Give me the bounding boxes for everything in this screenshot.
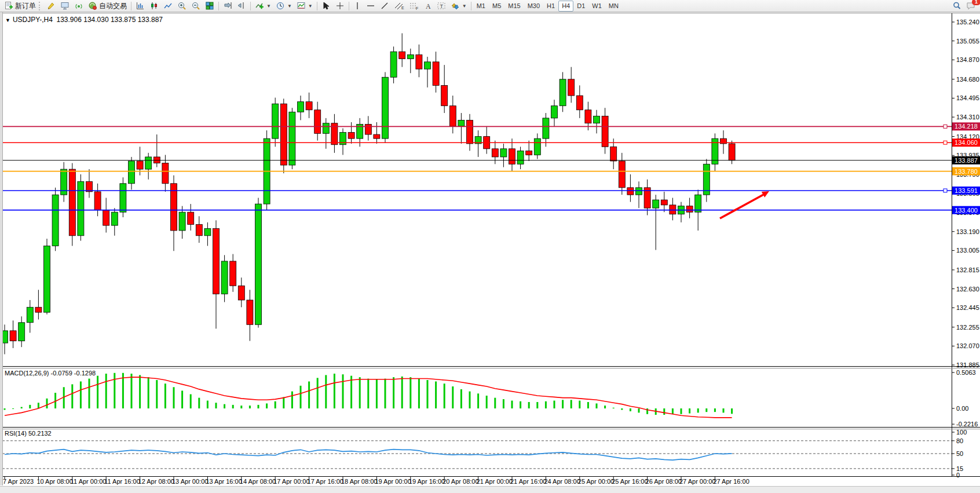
tile-windows-button[interactable] xyxy=(203,0,217,12)
equidistant-channel-button[interactable]: E xyxy=(392,0,407,12)
autotrading-button[interactable]: 自动交易 xyxy=(86,0,129,12)
news-button[interactable]: 1 xyxy=(964,0,978,12)
toolbar-separator xyxy=(471,2,471,10)
svg-text:133.591: 133.591 xyxy=(955,187,978,194)
svg-text:12 Apr 08:00: 12 Apr 08:00 xyxy=(138,478,174,485)
svg-text:20 Apr 08:00: 20 Apr 08:00 xyxy=(443,478,478,485)
svg-text:17 Apr 16:00: 17 Apr 16:00 xyxy=(308,478,343,485)
metaeditor-button[interactable] xyxy=(58,0,72,12)
macd-pane: 0.50630.00-0.2216 xyxy=(4,369,978,428)
periods-button[interactable]: ▼ xyxy=(273,0,294,12)
level-handle[interactable] xyxy=(944,189,947,192)
vertical-line-button[interactable] xyxy=(351,0,364,12)
svg-text:135.055: 135.055 xyxy=(956,38,979,45)
auto-scroll-button[interactable] xyxy=(221,0,235,12)
svg-text:132.070: 132.070 xyxy=(956,342,979,349)
zoom-out-button[interactable] xyxy=(189,0,203,12)
svg-text:10 Apr 08:00: 10 Apr 08:00 xyxy=(36,478,72,485)
auto-scroll-icon xyxy=(223,1,232,10)
trendline-icon xyxy=(380,1,389,10)
text-button[interactable]: A xyxy=(422,0,434,12)
zoom-in-button[interactable] xyxy=(175,0,189,12)
svg-text:134.495: 134.495 xyxy=(956,94,979,101)
time-axis[interactable]: 7 Apr 202310 Apr 08:0011 Apr 00:0011 Apr… xyxy=(3,477,749,485)
fibonacci-button[interactable]: F xyxy=(407,0,422,12)
chart-context-menu-icon[interactable]: ▼ xyxy=(5,17,10,23)
toolbar-separator xyxy=(317,2,317,10)
chart-ohlc-values: 133.906 134.030 133.875 133.887 xyxy=(57,16,163,24)
cursor-button[interactable] xyxy=(319,0,333,12)
dropdown-caret-icon: ▼ xyxy=(308,3,313,9)
timeframe-button-m5[interactable]: M5 xyxy=(489,1,504,12)
timeframe-button-mn[interactable]: MN xyxy=(605,1,622,12)
svg-text:13 Apr 16:00: 13 Apr 16:00 xyxy=(206,478,242,485)
channel-icon: E xyxy=(394,1,404,10)
chart-shift-icon xyxy=(237,1,246,10)
candle-chart-button[interactable] xyxy=(147,0,161,12)
svg-text:26 Apr 08:00: 26 Apr 08:00 xyxy=(646,478,682,485)
highlighter-icon xyxy=(46,1,56,10)
arrows-button[interactable]: ▼ xyxy=(448,0,469,12)
crosshair-button[interactable] xyxy=(333,0,347,12)
vertical-line-icon xyxy=(353,1,361,10)
toolbar-separator xyxy=(250,2,251,10)
timeframe-button-w1[interactable]: W1 xyxy=(588,1,605,12)
svg-text:A: A xyxy=(426,2,431,10)
signal-button[interactable] xyxy=(72,0,86,12)
monitor-icon xyxy=(60,1,70,10)
line-chart-button[interactable] xyxy=(161,0,175,12)
svg-text:27 Apr 00:00: 27 Apr 00:00 xyxy=(679,478,715,485)
indicators-button[interactable]: ▼ xyxy=(253,0,273,12)
svg-text:134.870: 134.870 xyxy=(956,56,979,63)
svg-text:0.00: 0.00 xyxy=(956,405,968,412)
timeframe-toolbar: M1M5M15M30H1H4D1W1MN xyxy=(473,1,622,12)
level-handle[interactable] xyxy=(944,141,947,144)
svg-text:133.887: 133.887 xyxy=(955,157,978,164)
chart-canvas[interactable]: 135.240135.055134.870134.680134.495134.3… xyxy=(0,0,980,493)
chart-shift-button[interactable] xyxy=(235,0,248,12)
toolbar-separator xyxy=(218,2,219,10)
annotation-arrow[interactable] xyxy=(720,191,769,218)
chart-symbol-period: USDJPY-,H4 xyxy=(13,16,53,24)
svg-text:19 Apr 00:00: 19 Apr 00:00 xyxy=(375,478,411,485)
tile-windows-icon xyxy=(205,1,214,10)
toolbar-grip[interactable] xyxy=(39,2,42,10)
svg-text:-0.2216: -0.2216 xyxy=(956,421,978,428)
timeframe-button-m30[interactable]: M30 xyxy=(524,1,543,12)
zoom-out-icon xyxy=(191,1,200,10)
svg-text:F: F xyxy=(416,6,418,10)
timeframe-button-m15[interactable]: M15 xyxy=(504,1,524,12)
svg-text:50: 50 xyxy=(956,450,963,457)
svg-text:132.630: 132.630 xyxy=(956,286,979,293)
new-order-button[interactable]: 新订单 xyxy=(2,0,38,12)
search-button[interactable] xyxy=(950,0,964,12)
dropdown-caret-icon: ▼ xyxy=(266,3,271,9)
svg-text:133.780: 133.780 xyxy=(955,168,978,175)
text-label-button[interactable]: T xyxy=(434,0,448,12)
fibonacci-icon: F xyxy=(409,1,419,10)
svg-text:132.255: 132.255 xyxy=(956,324,979,331)
horizontal-line-button[interactable] xyxy=(364,0,378,12)
svg-text:17 Apr 00:00: 17 Apr 00:00 xyxy=(273,478,309,485)
search-icon xyxy=(952,1,961,10)
timeframe-button-m1[interactable]: M1 xyxy=(473,1,489,12)
timeframe-button-h4[interactable]: H4 xyxy=(558,1,573,12)
rsi-name: RSI(14) xyxy=(5,430,27,437)
styler-button[interactable] xyxy=(44,0,58,12)
svg-text:133.400: 133.400 xyxy=(955,207,978,214)
trendline-button[interactable] xyxy=(378,0,392,12)
bar-chart-button[interactable] xyxy=(133,0,147,12)
autotrading-label: 自动交易 xyxy=(99,1,127,11)
timeframe-button-d1[interactable]: D1 xyxy=(573,1,588,12)
clock-icon xyxy=(276,1,285,10)
level-handle[interactable] xyxy=(944,125,947,128)
timeframe-button-h1[interactable]: H1 xyxy=(543,1,558,12)
templates-button[interactable]: ▼ xyxy=(294,0,315,12)
macd-indicator-label: MACD(12,26,9) -0.0759 -0.1298 xyxy=(5,370,96,377)
svg-text:18 Apr 08:00: 18 Apr 08:00 xyxy=(341,478,377,485)
main-toolbar: 新订单 自动交易 xyxy=(0,0,980,12)
svg-text:134.680: 134.680 xyxy=(956,76,979,83)
rsi-pane: 1008050150 xyxy=(2,429,967,479)
svg-text:80: 80 xyxy=(956,437,963,444)
horizontal-line-icon xyxy=(366,1,375,10)
